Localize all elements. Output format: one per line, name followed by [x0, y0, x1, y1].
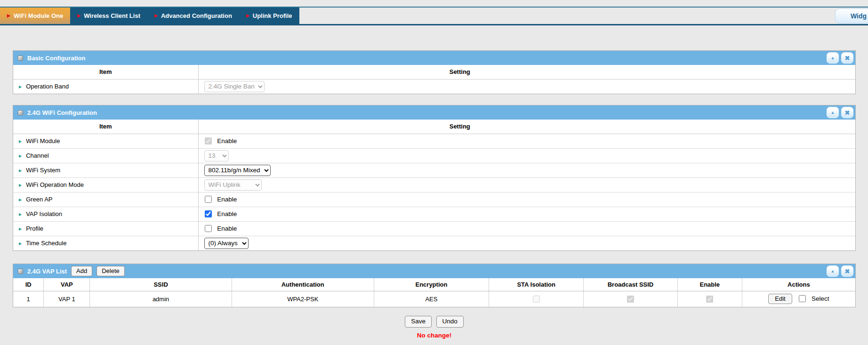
collapse-button[interactable]: ▲	[827, 52, 839, 64]
basic-configuration-header: Basic Configuration ▲ ✖	[13, 51, 855, 65]
column-header-item: Item	[13, 120, 198, 134]
sta-isolation-checkbox	[533, 296, 540, 303]
row-label: Operation Band	[26, 83, 69, 90]
row-label: Time Schedule	[26, 240, 66, 247]
row-label: WiFi System	[26, 167, 60, 174]
vap-name-cell: VAP 1	[44, 291, 90, 307]
tab-uplink-profile[interactable]: ▶ Uplink Profile	[239, 8, 299, 24]
profile-enable-checkbox[interactable]	[205, 225, 212, 232]
footer-actions: Save Undo	[13, 316, 856, 328]
wifi-configuration-table: Item Setting ▶WiFi Module Enable ▶Channe…	[13, 120, 855, 250]
section-title: Basic Configuration	[27, 55, 86, 62]
section-panel-icon	[18, 110, 23, 115]
row-bullet-icon: ▶	[19, 227, 22, 231]
row-wifi-system: ▶WiFi System 802.11b/g/n Mixed	[13, 163, 855, 177]
row-bullet-icon: ▶	[19, 212, 22, 217]
close-button[interactable]: ✖	[841, 52, 853, 64]
column-header-item: Item	[13, 65, 198, 79]
delete-button[interactable]: Delete	[96, 266, 125, 276]
collapse-icon: ▲	[831, 111, 835, 115]
column-header-setting: Setting	[198, 120, 855, 134]
edit-button[interactable]: Edit	[768, 294, 792, 304]
checkbox-label: Enable	[217, 210, 237, 217]
row-channel: ▶Channel 13	[13, 148, 855, 163]
row-label: Green AP	[26, 196, 52, 203]
undo-button[interactable]: Undo	[436, 316, 464, 328]
row-wifi-operation-mode: ▶WiFi Operation Mode WiFi Uplink	[13, 177, 855, 192]
wifi-module-enable-checkbox	[205, 137, 212, 144]
column-header-vap: VAP	[44, 278, 90, 291]
row-wifi-module: ▶WiFi Module Enable	[13, 134, 855, 148]
row-bullet-icon: ▶	[19, 168, 22, 173]
status-message: No change!	[13, 332, 856, 339]
row-bullet-icon: ▶	[19, 183, 22, 187]
select-label: Select	[812, 295, 829, 302]
column-header-sta-isolation: STA Isolation	[489, 278, 584, 291]
collapse-button[interactable]: ▲	[827, 265, 839, 277]
add-button[interactable]: Add	[71, 266, 92, 276]
row-bullet-icon: ▶	[19, 198, 22, 202]
top-strip	[0, 0, 868, 7]
column-header-id: ID	[13, 278, 44, 291]
column-header-broadcast-ssid: Broadcast SSID	[584, 278, 678, 291]
tab-bar: ▶ WiFi Module One ▶ Wireless Client List…	[0, 7, 868, 25]
vap-encryption-cell: AES	[374, 291, 489, 307]
tab-wifi-module-one[interactable]: ▶ WiFi Module One	[0, 8, 70, 24]
row-vap-isolation: ▶VAP Isolation Enable	[13, 207, 855, 221]
tab-arrow-icon: ▶	[7, 14, 10, 18]
row-label: VAP Isolation	[26, 210, 62, 217]
collapse-icon: ▲	[831, 56, 835, 60]
collapse-icon: ▲	[831, 269, 835, 273]
tab-advanced-configuration[interactable]: ▶ Advanced Configuration	[147, 8, 239, 24]
vap-ssid-cell: admin	[90, 291, 232, 307]
column-header-actions: Actions	[742, 278, 855, 291]
widget-button[interactable]: Widg	[835, 8, 868, 24]
wifi-configuration-header: 2.4G WiFi Configuration ▲ ✖	[13, 105, 855, 120]
close-icon: ✖	[845, 110, 850, 116]
wifi-system-select[interactable]: 802.11b/g/n Mixed	[204, 165, 271, 176]
row-operation-band: ▶Operation Band 2.4G Single Band	[13, 79, 855, 94]
row-time-schedule: ▶Time Schedule (0) Always	[13, 236, 855, 250]
broadcast-ssid-checkbox	[627, 296, 634, 303]
column-header-enable: Enable	[677, 278, 742, 291]
green-ap-enable-checkbox[interactable]	[205, 196, 212, 203]
vap-list-section: 2.4G VAP List Add Delete ▲ ✖ ID VAP	[13, 264, 856, 307]
tab-label: WiFi Module One	[14, 12, 63, 19]
tab-arrow-icon: ▶	[154, 14, 158, 18]
select-checkbox[interactable]	[799, 295, 806, 302]
tab-label: Uplink Profile	[253, 12, 292, 19]
save-button[interactable]: Save	[405, 316, 432, 328]
vap-enable-checkbox	[706, 296, 713, 303]
column-header-ssid: SSID	[90, 278, 232, 291]
close-icon: ✖	[845, 55, 850, 61]
checkbox-label: Enable	[217, 196, 237, 203]
collapse-button[interactable]: ▲	[827, 107, 839, 118]
section-title: 2.4G WiFi Configuration	[27, 109, 97, 116]
tab-arrow-icon: ▶	[246, 14, 249, 18]
close-button[interactable]: ✖	[841, 107, 853, 118]
row-label: WiFi Module	[26, 137, 60, 144]
vap-authentication-cell: WPA2-PSK	[232, 291, 374, 307]
close-icon: ✖	[845, 268, 850, 274]
row-profile: ▶Profile Enable	[13, 221, 855, 236]
row-bullet-icon: ▶	[19, 241, 22, 246]
vap-list-header: 2.4G VAP List Add Delete ▲ ✖	[13, 264, 855, 278]
channel-select: 13	[204, 150, 229, 161]
row-label: Channel	[26, 152, 48, 159]
row-bullet-icon: ▶	[19, 154, 22, 158]
row-bullet-icon: ▶	[19, 85, 22, 89]
section-title: 2.4G VAP List	[27, 268, 67, 275]
time-schedule-select[interactable]: (0) Always	[204, 238, 249, 249]
tab-wireless-client-list[interactable]: ▶ Wireless Client List	[70, 8, 147, 24]
tab-label: Advanced Configuration	[161, 12, 232, 19]
content-area: Basic Configuration ▲ ✖ Item Setting	[13, 50, 856, 339]
row-label: WiFi Operation Mode	[26, 181, 84, 188]
row-bullet-icon: ▶	[19, 139, 22, 144]
column-header-authentication: Authentication	[232, 278, 374, 291]
basic-configuration-table: Item Setting ▶Operation Band 2.4G Single…	[13, 65, 855, 94]
column-header-encryption: Encryption	[374, 278, 489, 291]
close-button[interactable]: ✖	[841, 265, 853, 277]
row-label: Profile	[26, 225, 43, 232]
vap-isolation-enable-checkbox[interactable]	[205, 210, 212, 217]
vap-list-table: ID VAP SSID Authentication Encryption ST…	[13, 278, 855, 307]
